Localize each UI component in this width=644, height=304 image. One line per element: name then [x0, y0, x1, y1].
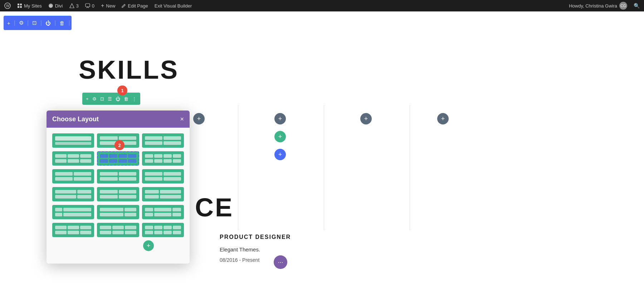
row-disable-icon[interactable]: ⏻ [116, 96, 120, 102]
layout-r3-c2[interactable] [97, 169, 139, 183]
modal-add-button[interactable]: + [143, 240, 154, 251]
modal-title: Choose Layout [52, 116, 99, 123]
layout-row-3 [52, 169, 184, 183]
counter-link[interactable]: 3 [69, 3, 79, 9]
tb-settings-icon[interactable]: ⚙ [19, 20, 24, 26]
svg-text:W: W [6, 4, 10, 8]
layout-r5-c2[interactable] [97, 205, 139, 219]
layout-r4-c3[interactable] [142, 187, 184, 201]
badge-1: 1 [117, 85, 127, 95]
layout-two-col-v2[interactable] [142, 133, 184, 148]
tb-more-icon[interactable]: ⋮ [74, 20, 79, 26]
col-divider-3 [410, 105, 410, 230]
user-greeting: Howdy, Christina Gwira CG [569, 2, 627, 10]
col-plus-2[interactable]: + [274, 131, 286, 142]
layout-row-2 [52, 151, 184, 166]
section-add-plus[interactable]: + [193, 113, 205, 124]
layout-four-col-selected[interactable] [97, 151, 139, 166]
row-settings-icon[interactable]: ⚙ [92, 96, 97, 102]
svg-rect-3 [20, 4, 22, 5]
divi-link[interactable]: D Divi [48, 3, 63, 9]
layout-three-col-sm[interactable] [52, 151, 94, 166]
layout-r6-c1[interactable] [52, 223, 94, 237]
col-divider-2 [324, 105, 324, 230]
admin-bar: W My Sites D Divi 3 0 + New Edit Page Ex… [0, 0, 644, 11]
layout-row-5 [52, 205, 184, 219]
layout-r4-c2[interactable] [97, 187, 139, 201]
layout-r5-c1[interactable] [52, 205, 94, 219]
row-delete-icon[interactable]: 🗑 [124, 96, 128, 102]
layout-r4-c1[interactable] [52, 187, 94, 201]
avatar: CG [619, 2, 627, 10]
main-content: + | ⚙ | ⊡ | ⏻ | 🗑 | ⋮ SKILLS 1 + ⚙ ⊡ ☰ ⏻… [0, 16, 644, 304]
tb-disable-icon[interactable]: ⏻ [45, 20, 51, 26]
svg-text:D: D [49, 5, 52, 8]
layout-four-col-v2[interactable] [142, 151, 184, 166]
col-plus-5[interactable]: + [437, 113, 449, 124]
comments-link[interactable]: 0 [85, 3, 94, 9]
layout-r6-c3[interactable] [142, 223, 184, 237]
dot-menu[interactable]: ··· [274, 255, 287, 269]
layout-r3-c3[interactable] [142, 169, 184, 183]
col-plus-4[interactable]: + [360, 113, 372, 124]
row-add-icon[interactable]: + [86, 96, 89, 102]
choose-layout-modal: Choose Layout × [47, 111, 190, 264]
layout-row-6 [52, 223, 184, 237]
col-plus-1[interactable]: + [274, 113, 286, 124]
date-range-text: 08/2016 - Present [220, 257, 259, 263]
row-toolbar: + ⚙ ⊡ ☰ ⏻ 🗑 ⋮ [82, 93, 140, 105]
row-layout-icon[interactable]: ☰ [108, 96, 112, 102]
layout-r3-c1[interactable] [52, 169, 94, 183]
layout-single[interactable] [52, 133, 94, 148]
svg-rect-8 [86, 4, 90, 7]
layout-r5-c3[interactable] [142, 205, 184, 219]
builder-toolbar: + | ⚙ | ⊡ | ⏻ | 🗑 | ⋮ [4, 16, 72, 30]
skills-heading: SKILLS [79, 55, 179, 84]
badge-2: 2 [114, 140, 125, 150]
new-link[interactable]: + New [101, 3, 115, 9]
search-icon[interactable]: 🔍 [634, 3, 640, 9]
svg-rect-4 [18, 6, 19, 8]
product-designer-title: PRODUCT DESIGNER [220, 234, 291, 240]
svg-rect-5 [20, 6, 22, 8]
row-more-icon[interactable]: ⋮ [132, 96, 137, 102]
tb-clone-icon[interactable]: ⊡ [32, 20, 37, 26]
modal-close-button[interactable]: × [180, 116, 184, 123]
tb-add-icon[interactable]: + [7, 20, 10, 26]
experience-text: CE [195, 193, 234, 222]
tb-delete-icon[interactable]: 🗑 [59, 20, 65, 26]
exit-visual-builder-link[interactable]: Exit Visual Builder [155, 3, 192, 9]
col-divider-1 [238, 105, 238, 230]
layout-r6-c2[interactable] [97, 223, 139, 237]
layout-row-4 [52, 187, 184, 201]
my-sites-link[interactable]: My Sites [17, 3, 42, 9]
svg-rect-2 [18, 4, 19, 5]
row-clone-icon[interactable]: ⊡ [100, 96, 104, 102]
edit-page-link[interactable]: Edit Page [122, 3, 148, 9]
modal-header: Choose Layout × [47, 111, 190, 128]
col-plus-3[interactable]: + [274, 149, 286, 160]
elegant-themes-text: Elegant Themes. [220, 246, 260, 252]
wp-logo[interactable]: W [4, 3, 11, 9]
